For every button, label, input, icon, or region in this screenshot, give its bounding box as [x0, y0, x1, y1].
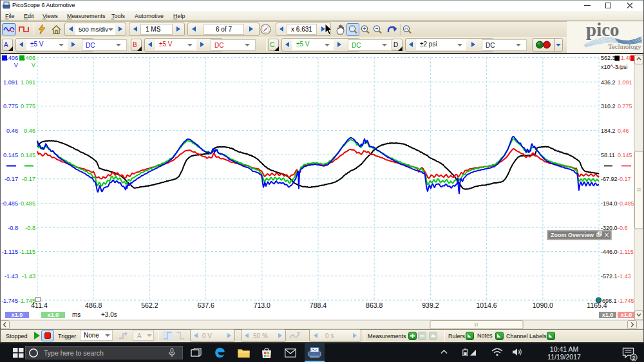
svg-text:-1.43: -1.43	[618, 273, 631, 280]
svg-text:x1.0: x1.0	[48, 312, 59, 318]
svg-text:V: V	[32, 62, 36, 68]
svg-text:863.8: 863.8	[366, 301, 383, 309]
svg-text:1014.6: 1014.6	[477, 301, 497, 309]
svg-text:713.0: 713.0	[254, 301, 270, 309]
svg-text:184.2: 184.2	[601, 128, 616, 134]
svg-text:Technology: Technology	[608, 43, 641, 50]
svg-text:939.2: 939.2	[422, 301, 439, 309]
svg-text:436.2: 436.2	[601, 79, 616, 86]
svg-text:-0.485: -0.485	[19, 200, 35, 207]
svg-text:411.4: 411.4	[31, 301, 48, 309]
svg-text:0.46: 0.46	[24, 128, 35, 134]
svg-text:-1.745: -1.745	[1, 298, 18, 304]
svg-text:x10^-3: x10^-3	[601, 64, 618, 70]
svg-text:V: V	[617, 64, 621, 70]
svg-text:0.775: 0.775	[618, 103, 632, 110]
svg-text:-0.8: -0.8	[25, 225, 35, 231]
svg-text:58.11: 58.11	[601, 152, 615, 158]
svg-text:-0.8: -0.8	[618, 225, 628, 231]
svg-text:-1.115: -1.115	[618, 249, 634, 255]
svg-text:-0.485: -0.485	[1, 200, 18, 207]
svg-text:637.6: 637.6	[197, 301, 214, 309]
svg-text:0.775: 0.775	[21, 103, 35, 110]
svg-text:-446.0: -446.0	[601, 249, 618, 255]
svg-text:-0.17: -0.17	[5, 176, 18, 182]
svg-text:-0.17: -0.17	[22, 176, 35, 182]
svg-text:-67.92: -67.92	[601, 176, 618, 182]
svg-text:0.46: 0.46	[6, 128, 18, 134]
svg-text:1.091: 1.091	[618, 79, 632, 86]
svg-text:-0.485: -0.485	[618, 200, 634, 207]
svg-text:-1.115: -1.115	[19, 249, 35, 255]
svg-text:V: V	[14, 62, 19, 68]
svg-text:788.4: 788.4	[310, 301, 327, 309]
svg-text:0.775: 0.775	[3, 103, 18, 110]
svg-text:Zoom Overview: Zoom Overview	[551, 232, 594, 238]
svg-text:psi: psi	[620, 64, 628, 70]
svg-text:0.46: 0.46	[618, 128, 629, 134]
svg-text:+3.0s: +3.0s	[101, 311, 117, 318]
svg-text:1.091: 1.091	[21, 79, 35, 86]
svg-text:-1.115: -1.115	[2, 249, 18, 255]
svg-text:.406: .406	[6, 55, 18, 61]
svg-text:-1.43: -1.43	[22, 273, 35, 280]
svg-text:2: 2	[632, 355, 635, 361]
svg-text:-194.0: -194.0	[601, 200, 618, 207]
svg-text:310.2: 310.2	[601, 103, 616, 110]
svg-text:pico: pico	[586, 21, 620, 40]
svg-text:0.145: 0.145	[618, 152, 632, 158]
svg-text:-1.745: -1.745	[618, 298, 634, 304]
svg-text:-1.43: -1.43	[5, 273, 18, 280]
svg-text:-0.8: -0.8	[8, 225, 18, 231]
svg-text:.406: .406	[24, 55, 35, 61]
svg-text:1090.0: 1090.0	[533, 301, 553, 309]
svg-text:562.3: 562.3	[601, 55, 616, 61]
svg-text:1.40: 1.40	[621, 55, 632, 61]
svg-text:ms: ms	[72, 311, 80, 318]
svg-text:x1.0: x1.0	[621, 312, 632, 318]
svg-text:x1.0: x1.0	[602, 312, 614, 318]
svg-text:0.145: 0.145	[21, 152, 35, 158]
svg-text:1.091: 1.091	[3, 79, 18, 86]
svg-text:0.145: 0.145	[3, 152, 18, 158]
svg-text:486.8: 486.8	[85, 301, 102, 309]
svg-text:562.2: 562.2	[141, 301, 158, 309]
svg-text:-0.17: -0.17	[618, 176, 631, 182]
svg-text:x1.0: x1.0	[12, 312, 23, 318]
svg-text:-572.1: -572.1	[601, 273, 618, 280]
